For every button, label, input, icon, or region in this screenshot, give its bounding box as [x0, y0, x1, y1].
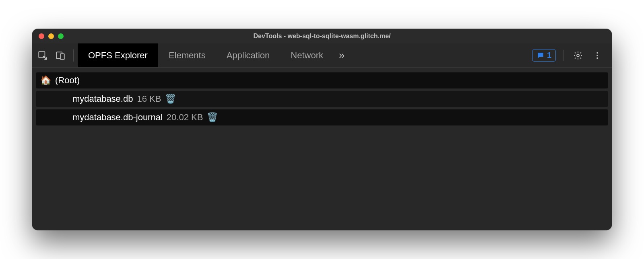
tab-opfs-explorer[interactable]: OPFS Explorer: [78, 43, 158, 67]
tab-label: Network: [291, 50, 323, 61]
svg-rect-1: [56, 52, 62, 58]
window-title: DevTools - web-sql-to-sqlite-wasm.glitch…: [32, 33, 612, 40]
toolbar-divider: [73, 49, 74, 62]
delete-file-button[interactable]: 🗑️: [165, 94, 176, 104]
window-minimize-button[interactable]: [48, 33, 54, 39]
svg-point-6: [597, 57, 598, 59]
svg-point-3: [577, 54, 579, 57]
chevron-double-right-icon: »: [339, 49, 345, 62]
tab-elements[interactable]: Elements: [158, 43, 216, 67]
trash-icon: 🗑️: [165, 94, 176, 104]
toolbar-right-group: 1: [532, 48, 612, 63]
home-icon: 🏠: [40, 75, 51, 86]
messages-badge[interactable]: 1: [532, 49, 556, 62]
tab-label: Application: [227, 50, 270, 61]
more-options-button[interactable]: [590, 48, 605, 63]
svg-point-4: [597, 52, 598, 53]
devtools-window: DevTools - web-sql-to-sqlite-wasm.glitch…: [32, 29, 612, 230]
svg-point-5: [597, 55, 598, 56]
svg-rect-0: [39, 51, 45, 58]
tab-network[interactable]: Network: [280, 43, 334, 67]
root-label: (Root): [55, 75, 80, 86]
toolbar-separator: [563, 50, 564, 61]
trash-icon: 🗑️: [207, 112, 218, 123]
tree-root-row[interactable]: 🏠 (Root): [36, 72, 608, 88]
file-name: mydatabase.db-journal: [72, 112, 163, 123]
window-close-button[interactable]: [39, 33, 44, 39]
file-size: 20.02 KB: [167, 112, 203, 123]
tab-application[interactable]: Application: [216, 43, 281, 67]
window-maximize-button[interactable]: [58, 33, 64, 39]
settings-button[interactable]: [571, 48, 585, 63]
more-tabs-button[interactable]: »: [334, 49, 350, 62]
tab-label: Elements: [169, 50, 206, 61]
tree-file-row[interactable]: mydatabase.db-journal 20.02 KB 🗑️: [36, 109, 608, 125]
devtools-tabs: OPFS Explorer Elements Application Netwo…: [78, 43, 334, 67]
opfs-explorer-panel: 🏠 (Root) mydatabase.db 16 KB 🗑️ mydataba…: [32, 68, 612, 230]
tree-file-row[interactable]: mydatabase.db 16 KB 🗑️: [36, 91, 608, 107]
device-toolbar-button[interactable]: [53, 48, 68, 63]
titlebar: DevTools - web-sql-to-sqlite-wasm.glitch…: [32, 29, 612, 43]
message-icon: [537, 51, 545, 60]
inspect-element-button[interactable]: [35, 48, 50, 63]
file-name: mydatabase.db: [72, 94, 133, 104]
devtools-toolbar: OPFS Explorer Elements Application Netwo…: [32, 43, 612, 68]
delete-file-button[interactable]: 🗑️: [207, 112, 218, 123]
tab-label: OPFS Explorer: [88, 50, 148, 61]
file-size: 16 KB: [137, 94, 161, 104]
svg-rect-2: [60, 53, 64, 59]
message-count: 1: [547, 51, 551, 60]
traffic-lights: [39, 33, 64, 39]
